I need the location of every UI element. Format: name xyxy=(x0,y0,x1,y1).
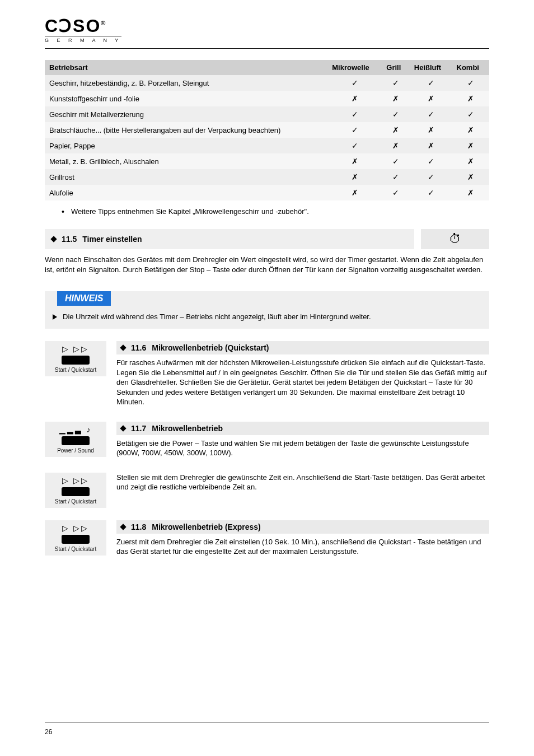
cell: ✓ xyxy=(382,106,409,122)
play-icons: ▷ ▷▷ xyxy=(62,524,90,533)
cell: ✓ xyxy=(410,106,452,122)
cell: ✓ xyxy=(382,169,409,185)
row-label: Kunststoffgeschirr und -folie xyxy=(45,91,327,106)
note-badge: HINWEIS xyxy=(57,291,111,306)
sec-head: 11.7 Mikrowellenbetrieb xyxy=(116,422,489,435)
sec-117-body: Betätigen sie die Power – Taste und wähl… xyxy=(116,438,489,458)
sec-head: 11.6 Mikrowellenbetrieb (Quickstart) xyxy=(116,341,489,354)
sec-118-number: 11.8 xyxy=(131,522,146,531)
th-microwave: Mikrowelle xyxy=(327,60,382,75)
cell: ✗ xyxy=(382,122,409,138)
table-row: Papier, Pappe ✓ ✗ ✗ ✗ xyxy=(45,138,489,153)
table-row: Metall, z. B. Grillblech, Aluschalen ✗ ✓… xyxy=(45,153,489,169)
sec-116-body: Für rasches Aufwärmen mit der höchsten M… xyxy=(116,358,489,407)
row-label: Geschirr mit Metallverzierung xyxy=(45,106,327,122)
brand-sub: G E R M A N Y xyxy=(45,36,121,43)
cell: ✗ xyxy=(327,153,382,169)
sec-116-title: Mikrowellenbetrieb (Quickstart) xyxy=(152,343,269,352)
cell: ✗ xyxy=(327,169,382,185)
cell: ✗ xyxy=(410,122,452,138)
button-illustration-quickstart: ▷ ▷▷ Start / Quickstart xyxy=(45,473,106,508)
header-rule xyxy=(45,48,489,49)
tips-bullet: • Weitere Tipps entnehmen Sie Kapitel „M… xyxy=(45,207,489,229)
cell: ✓ xyxy=(327,75,382,91)
note-text: Die Uhrzeit wird während des Timer – Bet… xyxy=(63,312,371,321)
cell: ✓ xyxy=(410,75,452,91)
cell: ✓ xyxy=(382,153,409,169)
diamond-icon xyxy=(120,425,126,431)
table-row: Kunststoffgeschirr und -folie ✗ ✗ ✗ ✗ xyxy=(45,91,489,106)
cell: ✓ xyxy=(327,106,382,122)
brand-logo: CƆSO® G E R M A N Y xyxy=(45,17,489,44)
button-shape xyxy=(62,356,90,365)
cell: ✓ xyxy=(327,122,382,138)
cell: ✗ xyxy=(452,153,489,169)
cookware-table: Betriebsart Mikrowelle Grill Heißluft Ko… xyxy=(45,60,489,200)
page-number: 26 xyxy=(45,728,52,736)
diamond-icon xyxy=(120,344,126,351)
timer-icon: ⏱ xyxy=(449,232,461,246)
cell: ✓ xyxy=(382,185,409,200)
table-row: Bratschläuche... (bitte Herstellerangabe… xyxy=(45,122,489,138)
button-shape xyxy=(62,487,90,496)
cell: ✗ xyxy=(382,138,409,153)
row-label: Grillrost xyxy=(45,169,327,185)
button-illustration-quickstart: ▷ ▷▷ Start / Quickstart xyxy=(45,341,106,376)
cell: ✗ xyxy=(410,91,452,106)
sec-117-number: 11.7 xyxy=(131,424,146,433)
section-11-5-row: 11.5 Timer einstellen ⏱ xyxy=(45,229,489,249)
note-box: HINWEIS Die Uhrzeit wird während des Tim… xyxy=(45,291,489,329)
bullet-dot-icon: • xyxy=(62,208,64,216)
row-label: Alufolie xyxy=(45,185,327,200)
cell: ✗ xyxy=(327,185,382,200)
cell: ✓ xyxy=(452,75,489,91)
sec-118-body: Zuerst mit dem Drehregler die Zeit einst… xyxy=(116,537,489,557)
diamond-icon xyxy=(50,236,57,242)
button-caption: Power / Sound xyxy=(57,447,94,454)
cell: ✗ xyxy=(410,138,452,153)
brand-text: CƆSO® xyxy=(45,17,489,35)
cell: ✓ xyxy=(382,75,409,91)
triangle-icon xyxy=(53,314,57,320)
table-row: Grillrost ✗ ✓ ✓ ✗ xyxy=(45,169,489,185)
th-combi: Kombi xyxy=(452,60,489,75)
cell: ✓ xyxy=(410,185,452,200)
sec-118-title: Mikrowellenbetrieb (Express) xyxy=(152,522,261,531)
sec-116-number: 11.6 xyxy=(131,343,146,352)
th-mode: Betriebsart xyxy=(45,60,327,75)
tips-text: Weitere Tipps entnehmen Sie Kapitel „Mik… xyxy=(71,207,309,216)
cell: ✗ xyxy=(452,138,489,153)
button-illustration-power: ▁▂▃ ♪ Power / Sound xyxy=(45,422,106,457)
cell: ✗ xyxy=(452,185,489,200)
row-label: Papier, Pappe xyxy=(45,138,327,153)
button-illustration-quickstart: ▷ ▷▷ Start / Quickstart xyxy=(45,520,106,556)
cell: ✗ xyxy=(382,91,409,106)
cell: ✗ xyxy=(327,91,382,106)
diamond-icon xyxy=(120,524,126,530)
sec-head: 11.8 Mikrowellenbetrieb (Express) xyxy=(116,520,489,534)
th-convection: Heißluft xyxy=(410,60,452,75)
cell: ✗ xyxy=(452,122,489,138)
play-icons: ▷ ▷▷ xyxy=(62,476,90,485)
sec-115-body: Wenn nach Einschalten des Gerätes mit de… xyxy=(45,255,489,274)
button-caption: Start / Quickstart xyxy=(55,367,96,373)
row-label: Metall, z. B. Grillblech, Aluschalen xyxy=(45,153,327,169)
play-icons: ▷ ▷▷ xyxy=(62,344,90,353)
cell: ✓ xyxy=(410,169,452,185)
cell: ✓ xyxy=(327,138,382,153)
table-header-row: Betriebsart Mikrowelle Grill Heißluft Ko… xyxy=(45,60,489,75)
button-shape xyxy=(62,436,90,445)
section-11-7: ▁▂▃ ♪ Power / Sound 11.7 Mikrowellenbetr… xyxy=(45,422,489,460)
timer-icon-box: ⏱ xyxy=(421,229,489,249)
row-label: Geschirr, hitzebeständig, z. B. Porzella… xyxy=(45,75,327,91)
section-11-8: ▷ ▷▷ Start / Quickstart 11.8 Mikrowellen… xyxy=(45,520,489,559)
table-row: Geschirr, hitzebeständig, z. B. Porzella… xyxy=(45,75,489,91)
th-grill: Grill xyxy=(382,60,409,75)
button-shape xyxy=(62,535,90,544)
brand-name: CƆSO xyxy=(45,16,101,36)
cell: ✓ xyxy=(410,153,452,169)
bars-sound-icon: ▁▂▃ ♪ xyxy=(59,425,92,434)
cell: ✗ xyxy=(452,91,489,106)
button-caption: Start / Quickstart xyxy=(55,498,96,505)
row-label: Bratschläuche... (bitte Herstellerangabe… xyxy=(45,122,327,138)
